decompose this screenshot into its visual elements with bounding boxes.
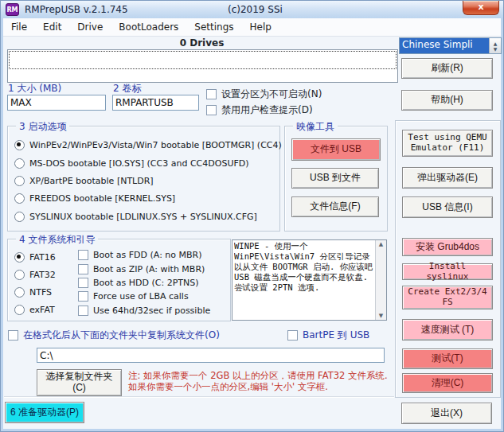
fs-option-exfat[interactable]: exFAT	[14, 305, 55, 315]
app-icon: RM	[6, 3, 19, 16]
create-ext-fs-button[interactable]: Create Ext2/3/4 FS	[402, 286, 493, 309]
radio-icon[interactable]	[14, 287, 25, 298]
checkbox-icon[interactable]	[78, 278, 88, 288]
fs-check-zip[interactable]: Boot as ZIP (A: with MBR)	[78, 264, 205, 274]
drive-count-label: 0 Drives	[7, 37, 397, 49]
boot-option-info-text: WINPE - 使用一个 WinPE\Vista\Win7 分区引导记录以从文件…	[234, 241, 374, 319]
fs-option-fat32[interactable]: FAT32	[14, 270, 56, 280]
title-bar: RM RMPrepUSB v.2.1.745 (c)2019 SSi x	[1, 1, 503, 18]
fs-option-fat16[interactable]: FAT16	[14, 252, 56, 263]
boot-option-freedos[interactable]: FREEDOS bootable [KERNEL.SYS]	[14, 193, 175, 204]
bartpe-label: BartPE 到 USB	[303, 329, 369, 342]
fs-check-64hd[interactable]: Use 64hd/32sec if possible	[78, 306, 210, 316]
boot-option-msdos[interactable]: MS-DOS bootable [IO.SYS] (CC3 and CC4DOS…	[14, 158, 249, 169]
info-scrollbar[interactable]: ▲ ▼	[375, 240, 386, 320]
test-button[interactable]: 测试(T)	[402, 348, 493, 369]
menu-bootloaders[interactable]: BootLoaders	[111, 19, 186, 35]
image-tools-title: 映像工具	[293, 120, 338, 134]
file-to-usb-button[interactable]: 文件到 USB	[291, 138, 381, 161]
usb-to-file-button[interactable]: USB 到文件	[291, 168, 379, 189]
boot-option-xp-bartpe[interactable]: XP/BartPE bootable [NTLDR]	[14, 176, 154, 186]
menu-bar: File Edit Drive BootLoaders Settings Hel…	[3, 18, 501, 37]
checkbox-icon[interactable]	[8, 330, 18, 341]
copyright-text: (c)2019 SSi	[228, 4, 283, 15]
radio-icon[interactable]	[14, 140, 25, 150]
fs-check-hdd[interactable]: Boot as HDD (C: 2PTNS)	[78, 278, 199, 288]
choose-folder-button[interactable]: 选择复制文件夹(C)	[37, 369, 122, 396]
radio-icon[interactable]	[14, 158, 25, 169]
file-info-button[interactable]: 文件信息(F)	[291, 197, 379, 217]
drive-list-focus-rect	[9, 51, 397, 69]
bartpe-checkbox[interactable]: BartPE 到 USB	[287, 329, 369, 342]
copy-files-label: 在格式化后从下面的文件夹中复制系统文件(O)	[23, 329, 220, 342]
menu-settings[interactable]: Settings	[186, 19, 241, 35]
boot-options-title: 3 启动选项	[16, 120, 69, 134]
radio-icon[interactable]	[14, 305, 25, 315]
checkbox-icon[interactable]	[206, 105, 217, 115]
checkbox-icon[interactable]	[78, 291, 88, 302]
menu-help[interactable]: Help	[242, 19, 279, 35]
checkbox-icon[interactable]	[206, 89, 217, 99]
copy-files-checkbox[interactable]: 在格式化后从下面的文件夹中复制系统文件(O)	[8, 329, 220, 342]
non-bootable-checkbox[interactable]: 设置分区为不可启动(N)	[206, 88, 322, 101]
fs-check-fdd[interactable]: Boot as FDD (A: no MBR)	[78, 250, 202, 260]
radio-icon[interactable]	[14, 270, 25, 280]
volume-label: 2 卷标	[113, 82, 141, 95]
non-bootable-label: 设置分区为不可启动(N)	[221, 88, 322, 101]
copy-path-input[interactable]	[37, 348, 385, 363]
window-title: RMPrepUSB v.2.1.745	[25, 4, 128, 15]
size-input[interactable]	[7, 95, 106, 111]
boot-option-info-box: WINPE - 使用一个 WinPE\Vista\Win7 分区引导记录以从文件…	[232, 239, 387, 321]
size-label: 1 大小 (MB)	[8, 82, 61, 95]
checkbox-icon[interactable]	[78, 264, 88, 274]
boot-options-group: 3 启动选项 WinPEv2/WinPEv3/Vista/Win7 bootab…	[7, 126, 280, 232]
no-prompts-checkbox[interactable]: 禁用用户检查提示(D)	[206, 103, 313, 117]
bottom-separator	[4, 396, 394, 398]
image-tools-group: 映像工具 文件到 USB USB 到文件 文件信息(F)	[284, 126, 388, 232]
spinner-down-icon[interactable]: ▼	[494, 46, 498, 52]
help-button[interactable]: 帮助(H)	[401, 90, 493, 111]
scroll-up-icon[interactable]: ▲	[376, 241, 386, 247]
qemu-test-button[interactable]: Test using QEMU Emulator (F11)	[402, 130, 493, 157]
volume-input[interactable]	[112, 95, 199, 111]
refresh-button[interactable]: 刷新(R)	[401, 58, 493, 79]
fs-option-ntfs[interactable]: NTFS	[14, 287, 52, 298]
radio-icon[interactable]	[14, 176, 25, 186]
eject-drive-button[interactable]: 弹出驱动器(E)	[402, 167, 493, 189]
checkbox-icon[interactable]	[78, 306, 88, 316]
speed-test-button[interactable]: 速度测试 (T)	[402, 319, 493, 341]
exit-button[interactable]: 退出(X)	[401, 403, 492, 424]
drive-list[interactable]	[7, 49, 398, 83]
client-area: 0 Drives Chinese Simpli ▲ ▼ 刷新(R) 帮助(H) …	[3, 37, 501, 429]
scroll-down-icon[interactable]: ▼	[376, 313, 386, 319]
checkbox-icon[interactable]	[78, 250, 88, 260]
menu-edit[interactable]: Edit	[35, 19, 69, 35]
boot-option-winpe[interactable]: WinPEv2/WinPEv3/Vista/Win7 bootable [BOO…	[14, 140, 282, 150]
no-prompts-label: 禁用用户检查提示(D)	[221, 103, 313, 117]
language-select[interactable]: Chinese Simpli ▲ ▼	[399, 37, 502, 54]
language-spinner[interactable]: ▲ ▼	[489, 38, 501, 53]
language-selected-value: Chinese Simpli	[400, 38, 489, 53]
partition-note: 注: 如果你需要一个 2GB 以上的分区，请使用 FAT32 文件系统. 如果你…	[128, 370, 394, 392]
usb-info-button[interactable]: USB 信息(I)	[402, 197, 493, 218]
clean-button[interactable]: 清理(C)	[402, 373, 493, 393]
radio-icon[interactable]	[14, 212, 25, 222]
checkbox-icon[interactable]	[287, 330, 298, 341]
radio-icon[interactable]	[14, 252, 25, 263]
menu-drive[interactable]: Drive	[69, 19, 111, 35]
filesystem-group: 4 文件系统和引导 FAT16 FAT32 NTFS exFAT Boot as…	[7, 239, 231, 321]
menu-file[interactable]: File	[3, 19, 35, 35]
boot-option-syslinux[interactable]: SYSLINUX bootable [LDLINUX.SYS + SYSLINU…	[14, 212, 257, 222]
filesystem-title: 4 文件系统和引导	[16, 233, 98, 247]
close-button[interactable]: x	[463, 1, 499, 15]
install-grub4dos-button[interactable]: 安装 Grub4dos	[402, 238, 493, 256]
rmprepusb-window: RM RMPrepUSB v.2.1.745 (c)2019 SSi x Fil…	[0, 0, 504, 432]
radio-icon[interactable]	[14, 193, 25, 204]
prepare-drive-button[interactable]: 6 准备驱动器(P)	[5, 402, 84, 423]
fs-check-lba[interactable]: Force use of LBA calls	[78, 291, 189, 302]
right-tools-group: Test using QEMU Emulator (F11) 弹出驱动器(E) …	[395, 120, 501, 398]
install-syslinux-button[interactable]: Install syslinux	[402, 263, 493, 280]
spinner-up-icon[interactable]: ▲	[494, 41, 498, 46]
